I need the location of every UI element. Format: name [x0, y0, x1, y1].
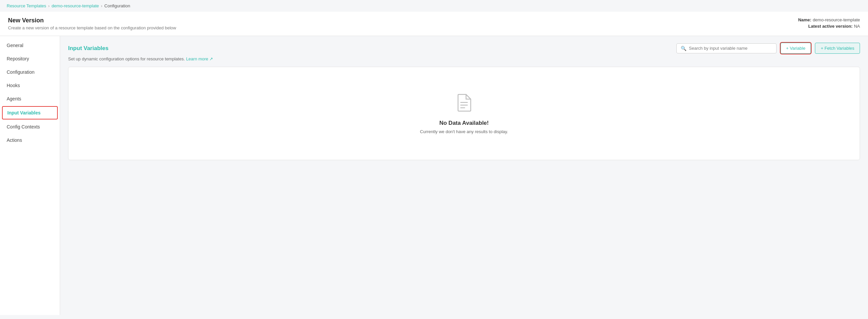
section-title: Input Variables: [68, 45, 108, 52]
page-title: New Version: [8, 17, 176, 24]
empty-document-icon: [456, 93, 472, 115]
meta-name-label: Name:: [798, 18, 812, 22]
sidebar: General Repository Configuration Hooks A…: [0, 36, 60, 315]
meta-name-row: Name: demo-resource-template: [798, 18, 860, 22]
learn-more-link[interactable]: Learn more ↗: [186, 56, 213, 61]
breadcrumb-current: Configuration: [104, 3, 130, 8]
sidebar-item-repository[interactable]: Repository: [0, 52, 60, 65]
search-box: 🔍: [676, 43, 777, 53]
page-header: New Version Create a new version of a re…: [0, 12, 868, 36]
section-subtitle: Set up dynamic configuration options for…: [68, 56, 860, 61]
empty-subtitle: Currently we don't have any results to d…: [420, 129, 508, 134]
sidebar-item-hooks[interactable]: Hooks: [0, 79, 60, 92]
search-icon: 🔍: [681, 46, 686, 51]
breadcrumb-sep-1: ›: [48, 3, 50, 8]
header-actions: 🔍 + Variable + Fetch Variables: [676, 43, 860, 54]
data-panel: No Data Available! Currently we don't ha…: [68, 67, 860, 160]
breadcrumb-demo-template[interactable]: demo-resource-template: [52, 3, 99, 8]
sidebar-item-general[interactable]: General: [0, 39, 60, 52]
content-wrapper: General Repository Configuration Hooks A…: [0, 36, 868, 315]
sidebar-item-configuration[interactable]: Configuration: [0, 65, 60, 79]
breadcrumb-resource-templates[interactable]: Resource Templates: [7, 3, 46, 8]
add-variable-button[interactable]: + Variable: [780, 43, 811, 54]
page-header-left: New Version Create a new version of a re…: [8, 17, 176, 30]
meta-version-row: Latest active version: NA: [798, 24, 860, 29]
meta-version-label: Latest active version:: [808, 24, 852, 29]
section-header: Input Variables 🔍 + Variable + Fetch Var…: [68, 43, 860, 54]
empty-title: No Data Available!: [439, 120, 489, 126]
page-header-right: Name: demo-resource-template Latest acti…: [798, 18, 860, 30]
sidebar-item-agents[interactable]: Agents: [0, 92, 60, 105]
search-input[interactable]: [689, 46, 772, 51]
fetch-variables-button[interactable]: + Fetch Variables: [815, 43, 860, 54]
main-content: Input Variables 🔍 + Variable + Fetch Var…: [60, 36, 868, 315]
meta-version-value: NA: [854, 24, 860, 29]
sidebar-item-actions[interactable]: Actions: [0, 133, 60, 147]
sidebar-item-input-variables[interactable]: Input Variables: [2, 106, 58, 120]
page-subtitle: Create a new version of a resource templ…: [8, 25, 176, 30]
sidebar-item-config-contexts[interactable]: Config Contexts: [0, 120, 60, 133]
meta-name-value: demo-resource-template: [813, 18, 860, 22]
breadcrumb-sep-2: ›: [101, 3, 102, 8]
breadcrumb: Resource Templates › demo-resource-templ…: [0, 0, 868, 12]
